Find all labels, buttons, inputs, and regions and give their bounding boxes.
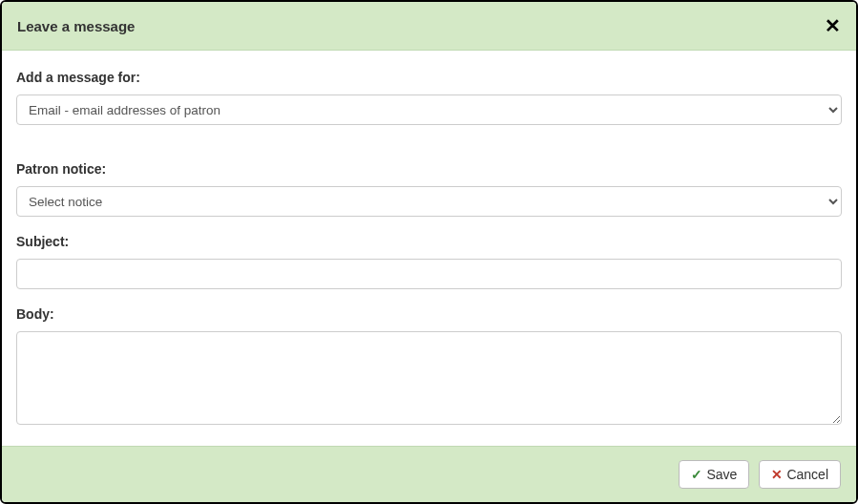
cancel-button[interactable]: ✕ Cancel [759,460,841,489]
modal-title: Leave a message [17,18,135,34]
modal-header: Leave a message ✕ [2,2,856,51]
subject-group: Subject: [16,234,842,289]
body-label: Body: [16,306,842,322]
modal-body: Add a message for: Email - email address… [2,51,856,446]
save-button-label: Save [706,467,737,482]
subject-label: Subject: [16,234,842,249]
body-textarea[interactable] [16,331,842,425]
check-icon: ✓ [691,467,702,482]
message-for-select[interactable]: Email - email addresses of patron [16,94,842,125]
leave-message-modal: Leave a message ✕ Add a message for: Ema… [0,0,858,504]
patron-notice-select[interactable]: Select notice [16,186,842,217]
close-icon[interactable]: ✕ [825,16,841,35]
save-button[interactable]: ✓ Save [679,460,749,489]
message-for-group: Add a message for: Email - email address… [16,70,842,125]
subject-input[interactable] [16,259,842,289]
cancel-button-label: Cancel [786,467,828,482]
patron-notice-group: Patron notice: Select notice [16,161,842,217]
patron-notice-label: Patron notice: [16,161,842,177]
modal-footer: ✓ Save ✕ Cancel [2,446,856,502]
message-for-label: Add a message for: [16,70,842,85]
x-icon: ✕ [771,467,783,482]
body-group: Body: [16,306,842,429]
